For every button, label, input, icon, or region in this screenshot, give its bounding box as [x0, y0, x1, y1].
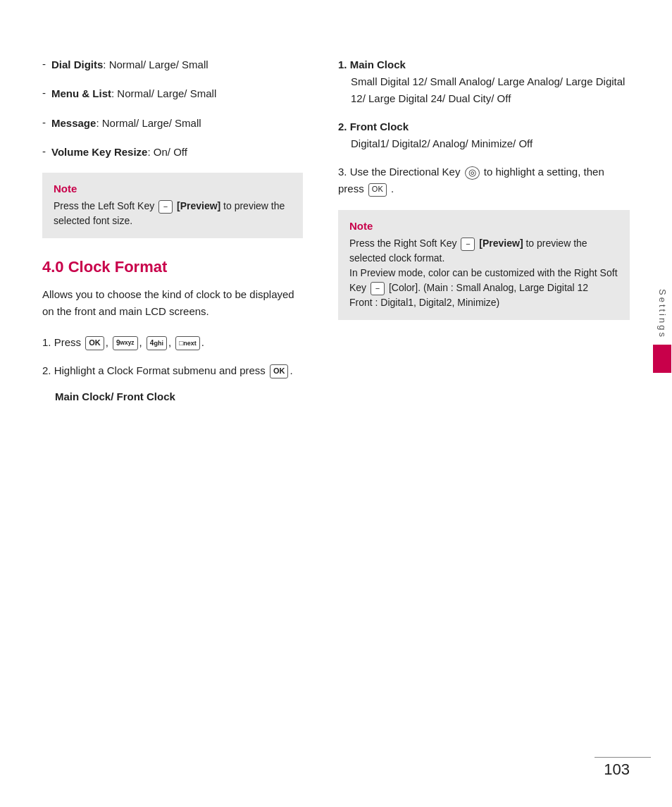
step-num-2: 2.: [338, 121, 347, 133]
bullet-label: Volume Key Resize: [51, 146, 147, 158]
preview-label-right: [Preview]: [479, 238, 523, 249]
bullet-text: Message: Normal/ Large/ Small: [51, 115, 201, 131]
note-text-left: Press the Left Soft Key − [Preview] to p…: [54, 199, 292, 228]
directional-key-icon: ◎: [465, 166, 480, 180]
ok-key-2: OK: [270, 364, 289, 378]
right-step-main-clock: 1. Main Clock Small Digital 12/ Small An…: [338, 56, 630, 107]
settings-bar: [653, 345, 671, 373]
step-3-text: 3. Use the Directional Key ◎ to highligh…: [338, 164, 630, 197]
page-number: 103: [604, 760, 630, 779]
settings-label: Settings: [657, 289, 668, 339]
front-clock-title: Front Clock: [350, 121, 409, 133]
settings-sidebar: Settings: [652, 282, 672, 423]
bullet-text: Dial Digits: Normal/ Large/ Small: [51, 56, 209, 73]
list-item: - Menu & List: Normal/ Large/ Small: [42, 85, 303, 101]
main-clock-title: Main Clock: [350, 58, 406, 70]
section-body: Allows you to choose the kind of clock t…: [42, 286, 303, 320]
front-clock-body: Digital1/ Digital2/ Analog/ Minimize/ Of…: [351, 135, 630, 152]
4-key: 4ghi: [147, 336, 167, 350]
main-clock-body: Small Digital 12/ Small Analog/ Large An…: [351, 73, 630, 107]
bullet-dash: -: [42, 85, 46, 101]
right-soft-key-icon: −: [461, 238, 475, 251]
bullet-dash: -: [42, 115, 46, 131]
bullet-label: Message: [51, 117, 96, 129]
step-text: 2. Highlight a Clock Format submenu and …: [42, 362, 293, 379]
bullet-label: Menu & List: [51, 87, 111, 99]
9-key: 9wxyz: [113, 336, 137, 350]
note-title-left: Note: [54, 183, 292, 195]
note-box-left: Note Press the Left Soft Key − [Preview]…: [42, 173, 303, 238]
left-soft-key-icon: −: [158, 200, 173, 214]
bullet-text: Volume Key Resize: On/ Off: [51, 144, 187, 160]
step-num-1: 1.: [338, 58, 347, 70]
step-3: 3. Use the Directional Key ◎ to highligh…: [338, 164, 630, 197]
note-text-right: Press the Right Soft Key − [Preview] to …: [349, 236, 618, 310]
ok-key: OK: [85, 336, 104, 350]
right-step-front-clock: 2. Front Clock Digital1/ Digital2/ Analo…: [338, 118, 630, 152]
step-2: 2. Highlight a Clock Format submenu and …: [42, 362, 303, 379]
ok-key-3: OK: [368, 183, 387, 197]
left-column: - Dial Digits: Normal/ Large/ Small - Me…: [42, 56, 324, 765]
submenu-label: Main Clock/ Front Clock: [55, 390, 303, 402]
bullet-text: Menu & List: Normal/ Large/ Small: [51, 85, 216, 101]
bullet-label: Dial Digits: [51, 58, 103, 70]
section-heading: 4.0 Clock Format: [42, 258, 303, 276]
next-key: □next: [175, 336, 200, 350]
right-soft-key-icon-2: −: [371, 282, 385, 295]
note-box-right: Note Press the Right Soft Key − [Preview…: [338, 210, 630, 320]
note-title-right: Note: [349, 220, 618, 232]
page: - Dial Digits: Normal/ Large/ Small - Me…: [0, 0, 672, 807]
list-item: - Dial Digits: Normal/ Large/ Small: [42, 56, 303, 73]
step-text: 1. Press OK, 9wxyz, 4ghi, □next.: [42, 334, 204, 351]
bullet-dash: -: [42, 56, 46, 73]
divider-line: [595, 757, 651, 758]
bullet-dash: -: [42, 144, 46, 160]
right-column: 1. Main Clock Small Digital 12/ Small An…: [324, 56, 630, 765]
step-1: 1. Press OK, 9wxyz, 4ghi, □next.: [42, 334, 303, 351]
list-item: - Volume Key Resize: On/ Off: [42, 144, 303, 160]
list-item: - Message: Normal/ Large/ Small: [42, 115, 303, 131]
preview-label: [Preview]: [177, 200, 220, 211]
